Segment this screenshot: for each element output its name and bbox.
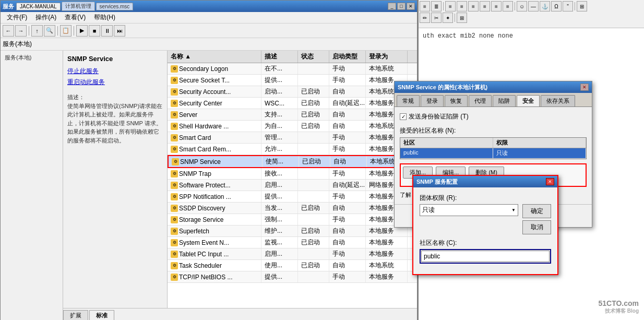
rt-edit1[interactable]: ✏: [420, 13, 430, 23]
cell-name: ⚙Secondary Logon: [168, 63, 261, 74]
tab-security[interactable]: 安全: [517, 95, 540, 106]
table-row[interactable]: ⚙Smart Card Rem... 允许... 手动 本地服务: [168, 144, 417, 155]
table-row[interactable]: ⚙TCP/IP NetBIOS ... 提供... 手动 本地服务: [168, 271, 417, 283]
cell-login: 本地系统: [366, 260, 408, 271]
table-row[interactable]: ⚙Software Protect... 启用... 自动(延迟... 网络服务: [168, 180, 417, 191]
table-row[interactable]: ⚙Server 支持... 已启动 自动 本地服务: [168, 109, 417, 121]
restart-button[interactable]: ⏭: [114, 25, 125, 37]
menu-file[interactable]: 文件(F): [3, 12, 31, 23]
cell-desc: 强制...: [261, 214, 298, 225]
rt-list2[interactable]: ≣: [431, 1, 442, 11]
rt-anchor[interactable]: ⚓: [540, 1, 550, 11]
title-bar-left: 服务 JACK-MANUAL 计算机管理 services.msc: [3, 2, 133, 11]
tab-login[interactable]: 登录: [421, 95, 444, 106]
table-row[interactable]: ⚙Smart Card 管理... 手动 本地服务: [168, 132, 417, 144]
maximize-button[interactable]: □: [397, 3, 406, 10]
rt-align5[interactable]: ≡: [491, 1, 502, 11]
cell-status: 已启动: [298, 98, 329, 109]
table-row[interactable]: ⚙Superfetch 维护... 已启动 自动 本地服务: [168, 226, 417, 237]
back-button[interactable]: ←: [3, 25, 14, 37]
auth-trap-checkbox[interactable]: ✓: [400, 113, 407, 120]
cell-name: ⚙Software Protect...: [168, 180, 261, 191]
tab-expand[interactable]: 扩展: [63, 310, 88, 320]
properties-title-text: SNMP Service 的属性(本地计算机): [398, 84, 487, 91]
config-ok-button[interactable]: 确定: [522, 204, 551, 218]
rt-edit2[interactable]: ✂: [431, 13, 442, 23]
minimize-button[interactable]: _: [388, 3, 396, 10]
pause-button[interactable]: ⏸: [101, 25, 113, 37]
tab-standard[interactable]: 标准: [89, 310, 114, 320]
play-button[interactable]: ▶: [76, 25, 88, 37]
rt-align1[interactable]: ≡: [445, 1, 456, 11]
rt-align6[interactable]: ≡: [503, 1, 513, 11]
menu-help[interactable]: 帮助(H): [90, 12, 120, 23]
table-row[interactable]: ⚙Tablet PC Input ... 启用... 手动 本地服务: [168, 248, 417, 260]
tab-dependency[interactable]: 依存关系: [541, 95, 575, 106]
main-window: 服务 JACK-MANUAL 计算机管理 services.msc _ □ ✕ …: [0, 0, 418, 320]
service-icon: ⚙: [171, 170, 178, 177]
rt-smile[interactable]: ☺: [517, 1, 527, 11]
community-name-row: 社区名称 (C):: [420, 239, 551, 264]
table-row[interactable]: ⚙Task Scheduler 使用... 已启动 自动 本地系统: [168, 260, 417, 271]
col-status[interactable]: 状态: [298, 51, 329, 63]
close-button[interactable]: ✕: [407, 3, 415, 10]
tab-agent[interactable]: 代理: [469, 95, 492, 106]
table-row[interactable]: ⚙Security Account... 启动... 已启动 自动 本地系统: [168, 86, 417, 98]
table-row[interactable]: ⚙System Event N... 监视... 已启动 自动 本地服务: [168, 237, 417, 248]
cell-startup: 手动: [329, 144, 366, 155]
table-row[interactable]: ⚙Security Center WSC... 已启动 自动(延迟... 本地服…: [168, 98, 417, 109]
cell-desc: 启用...: [261, 180, 298, 191]
rt-edit3[interactable]: ✦: [443, 13, 453, 23]
restart-service-link[interactable]: 重启动此服务: [67, 78, 163, 87]
table-row[interactable]: ⚙Secure Socket T... 提供... 手动 本地服务: [168, 75, 417, 86]
rt-grid[interactable]: ⊞: [457, 13, 467, 23]
col-login[interactable]: 登录为: [366, 51, 408, 63]
col-name[interactable]: 名称 ▲: [168, 51, 261, 63]
col-desc[interactable]: 描述: [261, 51, 298, 63]
tab-trap[interactable]: 陷阱: [493, 95, 516, 106]
rt-align3[interactable]: ≡: [468, 1, 479, 11]
table-row[interactable]: ⚙SNMP Trap 接收... 手动 本地服务: [168, 168, 417, 180]
rt-special[interactable]: ⊞: [577, 1, 587, 11]
cell-startup: 手动: [329, 248, 366, 259]
config-cancel-button[interactable]: 取消: [522, 220, 551, 234]
cell-startup: 自动: [329, 226, 366, 236]
tab-services[interactable]: services.msc: [96, 3, 134, 10]
col-startup[interactable]: 启动类型: [329, 51, 366, 63]
tab-recovery[interactable]: 恢复: [445, 95, 468, 106]
search-button[interactable]: 🔍: [44, 25, 55, 37]
up-button[interactable]: ↑: [31, 25, 43, 37]
community-name-input[interactable]: [421, 251, 550, 262]
config-close-button[interactable]: ✕: [546, 178, 554, 185]
cell-startup: 手动: [329, 271, 366, 282]
rt-align2[interactable]: ≡: [457, 1, 467, 11]
menu-view[interactable]: 查看(V): [61, 12, 90, 23]
properties-button[interactable]: 📋: [60, 25, 71, 37]
stop-button[interactable]: ■: [89, 25, 100, 37]
snmp-service-row[interactable]: ⚙SNMP Service 使简... 已启动 自动 本地系统: [168, 155, 417, 168]
tab-computer[interactable]: 计算机管理: [62, 2, 95, 11]
stop-service-link[interactable]: 停止此服务: [67, 67, 163, 76]
community-row[interactable]: public 只读: [400, 148, 586, 159]
cell-startup: 手动: [329, 168, 366, 179]
properties-close-button[interactable]: ✕: [580, 84, 589, 91]
table-row[interactable]: ⚙SPP Notification ... 提供... 手动 本地服务: [168, 191, 417, 203]
rt-align4[interactable]: ≡: [480, 1, 490, 11]
table-row[interactable]: ⚙SSDP Discovery 当发... 已启动 自动 本地服务: [168, 203, 417, 214]
rt-list1[interactable]: ≡: [420, 1, 430, 11]
cell-startup: 自动(延迟...: [329, 180, 366, 191]
rt-dash[interactable]: —: [528, 1, 539, 11]
service-icon: ⚙: [171, 134, 178, 141]
service-icon: ⚙: [171, 251, 178, 258]
table-row[interactable]: ⚙Secondary Logon 在不... 手动 本地系统: [168, 63, 417, 75]
cell-startup: 手动: [329, 132, 366, 143]
tab-general[interactable]: 常规: [397, 95, 420, 106]
rt-omega[interactable]: Ω: [551, 1, 562, 11]
table-row[interactable]: ⚙Shell Hardware ... 为自... 已启动 自动 本地系统: [168, 121, 417, 132]
rt-quote[interactable]: ": [563, 1, 573, 11]
select-box[interactable]: 只读 ▼: [420, 204, 518, 216]
tab-jack[interactable]: JACK-MANUAL: [16, 3, 61, 10]
table-row[interactable]: ⚙Storage Service 强制... 手动 本地服务: [168, 214, 417, 226]
menu-action[interactable]: 操作(A): [31, 12, 61, 23]
forward-button[interactable]: →: [15, 25, 27, 37]
